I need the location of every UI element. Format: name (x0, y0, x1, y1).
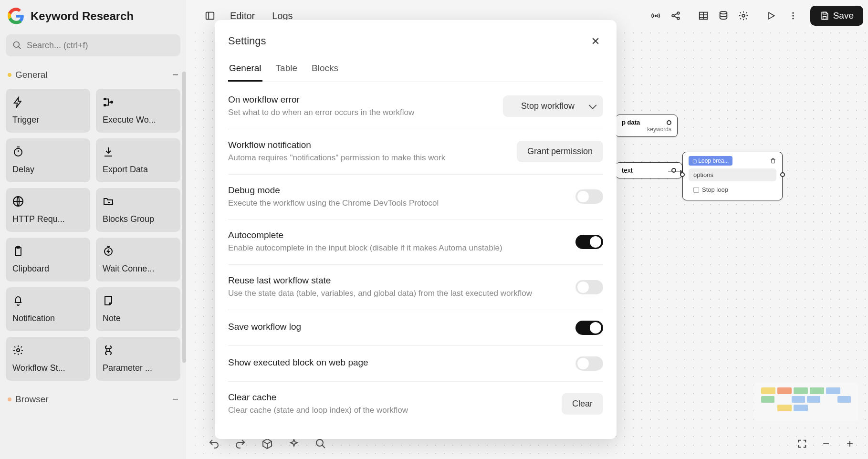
setting-title: Autocomplete (228, 230, 566, 240)
modal-tabs: General Table Blocks (228, 58, 603, 82)
setting-title: Debug mode (228, 185, 566, 196)
setting-desc: Clear cache (state and loop index) of th… (228, 405, 552, 416)
setting-notification: Workflow notification Automa requires "n… (228, 129, 603, 175)
on-error-select-wrap[interactable]: Stop workflow (503, 95, 603, 117)
debug-toggle[interactable] (575, 189, 603, 204)
setting-show-executed: Show executed block on web page (228, 346, 603, 382)
setting-title: Reuse last workflow state (228, 275, 566, 286)
setting-desc: Automa requires "notifications" permissi… (228, 152, 507, 164)
autocomplete-toggle[interactable] (575, 235, 603, 249)
tab-blocks[interactable]: Blocks (311, 58, 339, 82)
on-error-select[interactable]: Stop workflow (503, 95, 603, 117)
setting-debug: Debug mode Execute the workflow using th… (228, 175, 603, 220)
setting-title: Clear cache (228, 392, 552, 403)
modal-header: Settings (228, 33, 603, 49)
setting-desc: Use the state data (table, variables, an… (228, 288, 566, 299)
setting-title: On workflow error (228, 94, 493, 105)
show-executed-toggle[interactable] (575, 356, 603, 371)
setting-save-log: Save workflow log (228, 310, 603, 346)
setting-desc: Enable autocomplete in the input block (… (228, 242, 566, 254)
save-log-toggle[interactable] (575, 321, 603, 335)
setting-title: Show executed block on web page (228, 357, 566, 368)
setting-reuse-state: Reuse last workflow state Use the state … (228, 265, 603, 310)
setting-title: Save workflow log (228, 322, 566, 332)
setting-clear-cache: Clear cache Clear cache (state and loop … (228, 382, 603, 427)
setting-autocomplete: Autocomplete Enable autocomplete in the … (228, 219, 603, 265)
tab-general[interactable]: General (228, 58, 262, 82)
grant-permission-button[interactable]: Grant permission (517, 141, 603, 162)
setting-desc: Execute the workflow using the Chrome De… (228, 198, 566, 209)
modal-title: Settings (228, 35, 266, 47)
clear-cache-button[interactable]: Clear (562, 393, 603, 415)
modal-close-button[interactable] (588, 33, 603, 49)
settings-list: On workflow error Set what to do when an… (228, 84, 603, 439)
setting-desc: Set what to do when an error occurs in t… (228, 107, 493, 118)
settings-modal: Settings General Table Blocks On workflo… (215, 20, 617, 439)
setting-on-error: On workflow error Set what to do when an… (228, 84, 603, 129)
reuse-state-toggle[interactable] (575, 280, 603, 294)
setting-title: Workflow notification (228, 140, 507, 150)
close-icon (591, 36, 600, 46)
tab-table[interactable]: Table (275, 58, 298, 82)
